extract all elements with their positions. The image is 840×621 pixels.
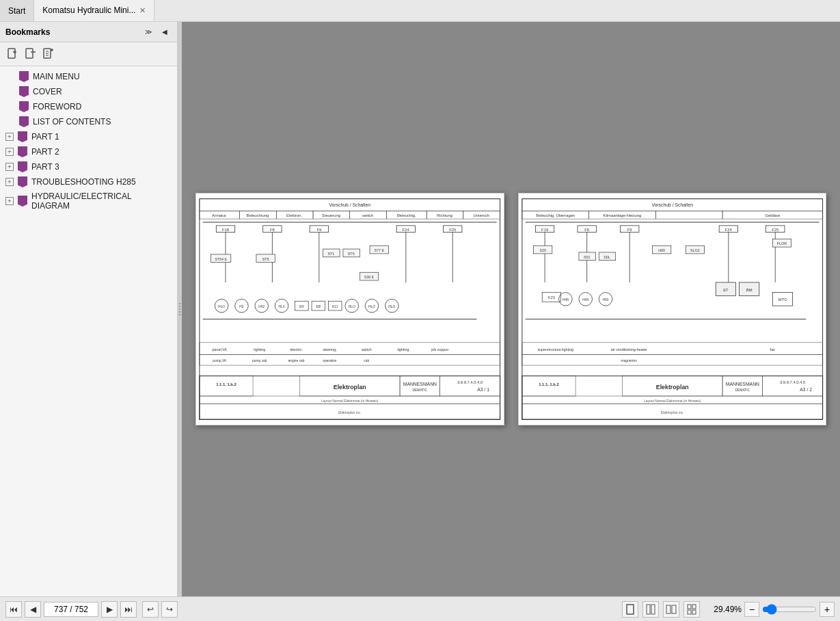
svg-text:F24: F24 [724,228,732,232]
fit-page-btn[interactable] [642,601,659,618]
sidebar-item-part1[interactable]: + PART 1 [0,129,177,144]
view-controls: 29.49% − + [622,601,835,618]
sidebar-controls: ≫ ◀ [141,25,172,39]
sidebar-label-part1: PART 1 [31,132,59,142]
svg-text:MANNESMANN: MANNESMANN [725,382,759,386]
svg-text:ST1: ST1 [327,252,334,256]
zoom-out-btn[interactable]: − [744,602,759,617]
sidebar-item-cover[interactable]: COVER [0,84,177,99]
tab-komatsu[interactable]: Komatsu Hydraulic Mini... ✕ [34,0,154,21]
svg-text:ER: ER [299,305,304,308]
svg-text:SLG2: SLG2 [690,248,700,252]
svg-rect-183 [647,605,650,614]
zoom-level: 29.49% [704,605,742,614]
sidebar-content: MAIN MENU COVER FOREWORD LIST OF CONTENT… [0,66,177,596]
svg-text:Steuerung: Steuerung [322,213,340,217]
svg-text:superstructure lighting: superstructure lighting [537,347,573,352]
svg-text:F8: F8 [270,228,275,232]
zoom-in-btn[interactable]: + [819,602,835,617]
svg-text:F19: F19 [541,228,548,232]
svg-text:pump,VA: pump,VA [213,359,226,362]
svg-text:K23: K23 [548,295,555,300]
svg-text:EB: EB [316,305,321,308]
nav-prev-btn[interactable]: ◀ [25,601,41,618]
svg-text:DEMATIC: DEMATIC [413,388,428,392]
expand-part2[interactable]: + [5,148,14,156]
svg-rect-187 [688,605,691,609]
doc-page-right: Vorschub / Schalten Beleuchtg. Überragen… [518,193,827,425]
sidebar-item-main-menu[interactable]: MAIN MENU [0,69,177,84]
svg-text:WTO: WTO [778,298,787,302]
nav-last-btn[interactable]: ⏭ [120,601,137,618]
sidebar-item-list-of-contents[interactable]: LIST OF CONTENTS [0,114,177,129]
svg-text:Layout Normal Elektromat (in H: Layout Normal Elektromat (in Hinweis) [321,399,379,403]
svg-text:H00: H00 [658,248,665,252]
expand-list [5,117,15,127]
sidebar-label-part3: PART 3 [31,162,59,172]
zoom-slider[interactable] [762,604,817,615]
svg-text:electric-: electric- [290,347,303,352]
svg-text:H49: H49 [582,298,588,302]
sidebar-icons-bar [0,42,177,66]
sidebar-item-hydraulic-diagram[interactable]: + HYDRAULIC/ELECTRICAL DIAGRAM [0,189,177,213]
sidebar-item-part2[interactable]: + PART 2 [0,144,177,159]
svg-text:1.1.1, 1.b.2: 1.1.1, 1.b.2 [216,382,236,386]
svg-rect-189 [688,610,691,614]
svg-text:steering,: steering, [323,347,337,352]
expand-part3[interactable]: + [5,163,14,171]
resize-dots [179,303,180,315]
svg-text:Gebläse: Gebläse [765,213,780,217]
sidebar-label-main-menu: MAIN MENU [33,72,80,81]
sidebar-item-foreword[interactable]: FOREWORD [0,99,177,114]
sidebar-label-foreword: FOREWORD [33,102,81,111]
sidebar-expand-btn[interactable]: ≫ [141,25,155,39]
svg-text:A3 / 1: A3 / 1 [477,387,489,392]
sidebar-item-part3[interactable]: + PART 3 [0,159,177,174]
svg-text:MANNESMANN: MANNESMANN [403,382,437,386]
svg-text:Beleuchtung: Beleuchtung [247,213,269,217]
single-page-btn[interactable] [622,601,638,618]
diagram-svg-right: Vorschub / Schalten Beleuchtg. Überragen… [519,194,826,425]
nav-first-btn[interactable]: ⏮ [5,601,22,618]
svg-text:ET: ET [723,288,729,292]
expand-part1[interactable]: + [5,133,14,141]
sidebar-item-troubleshooting[interactable]: + TROUBLESHOOTING H285 [0,174,177,189]
svg-text:3.9.9.7.4.0.4.0: 3.9.9.7.4.0.4.0 [779,380,805,384]
expand-foreword [5,102,15,111]
bookmark-icon-part3 [18,161,27,172]
bookmark-icon-part1 [18,131,27,142]
svg-text:Elektron.: Elektron. [286,213,302,217]
expand-troubleshooting[interactable]: + [5,178,14,186]
nav-next-btn[interactable]: ▶ [101,601,118,618]
bookmark-options-icon[interactable] [41,47,56,62]
two-page-btn[interactable] [663,601,679,618]
bookmark-icon-list [19,116,29,127]
continuous-btn[interactable] [683,601,700,618]
svg-text:1.1.1, 1.b.2: 1.1.1, 1.b.2 [539,382,559,386]
expand-main-menu [5,72,15,81]
bookmark-icon-foreword [19,101,29,112]
svg-text:engine cab: engine cab [288,359,305,362]
tab-close-icon[interactable]: ✕ [139,6,146,15]
expand-hydraulic[interactable]: + [5,197,14,205]
svg-text:job suppor: job suppor [431,347,448,352]
nav-forward-btn[interactable]: ↪ [161,601,178,618]
svg-text:Elektroplan inc.: Elektroplan inc. [338,411,361,414]
tab-start[interactable]: Start [0,0,34,21]
svg-text:HL3: HL3 [279,305,285,308]
svg-text:Richtung: Richtung [437,213,452,217]
svg-rect-186 [672,605,676,613]
bookmark-add-icon[interactable] [5,47,21,62]
svg-text:ST54 E: ST54 E [215,257,227,261]
sidebar-label-list: LIST OF CONTENTS [33,117,111,127]
svg-text:F24: F24 [403,228,410,232]
svg-rect-184 [651,605,655,614]
svg-text:operation: operation [323,359,337,362]
nav-return-btn[interactable]: ↩ [142,601,159,618]
svg-text:air conditioning-heater: air conditioning-heater [610,347,647,352]
sidebar-header: Bookmarks ≫ ◀ [0,22,177,42]
page-input[interactable] [44,602,98,617]
bookmark-manage-icon[interactable] [23,47,38,62]
nav-controls: ⏮ ◀ ▶ ⏭ ↩ ↪ [5,601,178,618]
sidebar-collapse-btn[interactable]: ◀ [158,25,172,39]
